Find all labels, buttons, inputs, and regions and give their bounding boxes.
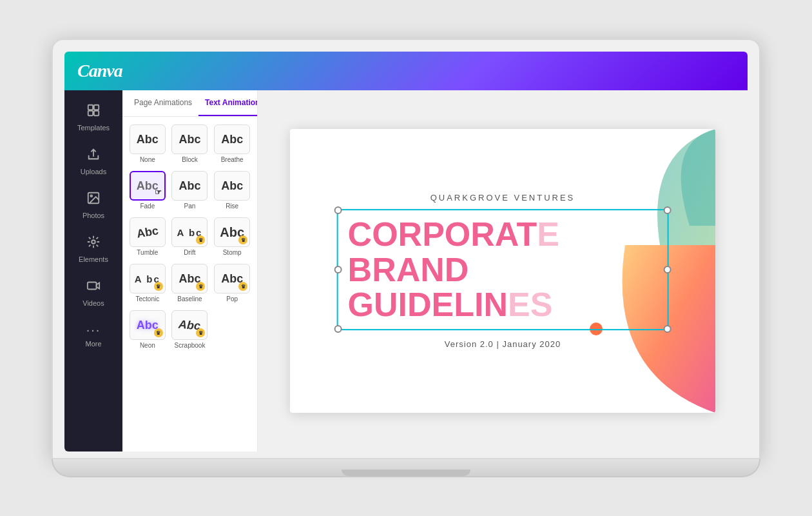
sidebar-item-elements[interactable]: Elements — [64, 228, 122, 270]
anim-neon[interactable]: Abc ♛ Neon — [128, 308, 168, 352]
animation-panel: Page Animations Text Animations Abc None — [122, 90, 258, 452]
svg-rect-7 — [88, 283, 97, 290]
headline-line1: CORPORATE — [348, 217, 658, 252]
handle-bottom-right[interactable] — [663, 325, 671, 333]
anim-label-tumble: Tumble — [137, 249, 158, 256]
anim-preview-tectonic: A bc ♛ — [130, 264, 166, 293]
anim-label-scrapbook: Scrapbook — [175, 342, 206, 349]
anim-baseline[interactable]: Abc ♛ Baseline — [170, 261, 210, 305]
anim-block[interactable]: Abc Block — [170, 122, 210, 166]
crown-badge-baseline: ♛ — [196, 282, 205, 291]
sidebar-item-videos[interactable]: Videos — [64, 272, 122, 313]
anim-none[interactable]: Abc None — [128, 122, 168, 166]
handle-top-left[interactable] — [334, 206, 342, 214]
text-selection-box[interactable]: CORPORATE BRAND GUIDELINES — [337, 209, 669, 330]
svg-rect-2 — [88, 111, 93, 115]
tab-page-animations[interactable]: Page Animations — [128, 90, 198, 116]
anim-breathe[interactable]: Abc Breathe — [212, 122, 252, 166]
uploads-icon — [86, 147, 101, 165]
anim-label-breathe: Breathe — [221, 156, 244, 163]
more-icon: ··· — [86, 322, 101, 337]
elements-icon — [86, 235, 101, 253]
handle-mid-right[interactable] — [663, 266, 671, 273]
app-header: Canva — [64, 52, 748, 90]
svg-point-5 — [90, 195, 92, 197]
canva-logo: Canva — [77, 61, 122, 81]
slide-container: QUARKGROVE VENTURES — [290, 129, 715, 413]
crown-badge-stomp: ♛ — [238, 235, 247, 244]
anim-pan[interactable]: Abc Pan — [170, 168, 210, 212]
slide-content: QUARKGROVE VENTURES — [337, 193, 669, 349]
anim-label-baseline: Baseline — [177, 295, 202, 303]
anim-preview-breathe: Abc — [214, 124, 250, 154]
company-name: QUARKGROVE VENTURES — [337, 193, 669, 203]
animation-grid: Abc None Abc Block — [122, 117, 257, 357]
crown-badge-tectonic: ♛ — [154, 282, 163, 291]
anim-preview-neon: Abc ♛ — [130, 310, 166, 340]
uploads-label: Uploads — [81, 168, 106, 175]
anim-label-none: None — [140, 156, 155, 163]
anim-label-drift: Drift — [184, 249, 195, 256]
anim-rise[interactable]: Abc Rise — [212, 168, 252, 212]
anim-scrapbook[interactable]: Abc ♛ Scrapbook — [170, 308, 210, 352]
laptop-screen: Canva Templa — [64, 52, 748, 452]
anim-label-pan: Pan — [184, 203, 196, 210]
handle-mid-left[interactable] — [334, 266, 342, 273]
photos-label: Photos — [82, 212, 104, 219]
sidebar-item-templates[interactable]: Templates — [64, 97, 122, 138]
anim-preview-tumble: Abc — [130, 217, 166, 247]
anim-stomp[interactable]: Abc ♛ Stomp — [212, 215, 252, 259]
videos-label: Videos — [82, 299, 104, 307]
svg-rect-0 — [88, 105, 93, 110]
headline-line3: GUIDELINES — [348, 287, 658, 322]
anim-tectonic[interactable]: A bc ♛ Tectonic — [128, 261, 168, 305]
anim-preview-scrapbook: Abc ♛ — [171, 310, 208, 340]
elements-label: Elements — [79, 255, 108, 263]
anim-preview-baseline: Abc ♛ — [171, 264, 208, 293]
videos-icon — [86, 279, 101, 297]
anim-preview-drift: A bc ♛ — [171, 217, 208, 247]
version-text: Version 2.0 | January 2020 — [337, 339, 669, 349]
anim-label-block: Block — [182, 156, 197, 163]
headline-line2: BRAND — [348, 252, 658, 288]
more-label: More — [85, 340, 101, 348]
anim-pop[interactable]: Abc ♛ Pop — [212, 261, 252, 305]
crown-badge-drift: ♛ — [196, 235, 205, 244]
laptop: Canva Templa — [52, 39, 760, 477]
panel-tabs: Page Animations Text Animations — [122, 90, 257, 117]
text-selection-wrapper: CORPORATE BRAND GUIDELINES — [337, 209, 669, 330]
anim-drift[interactable]: A bc ♛ Drift — [170, 215, 210, 259]
sidebar: Templates Uploads — [64, 90, 122, 452]
svg-rect-3 — [94, 111, 99, 115]
anim-label-stomp: Stomp — [223, 249, 242, 256]
sidebar-item-more[interactable]: ··· More — [64, 316, 122, 354]
handle-bottom-left[interactable] — [334, 325, 342, 333]
crown-badge-pop: ♛ — [238, 282, 247, 291]
cursor-hand: ☞ — [155, 188, 162, 197]
crown-badge-neon: ♛ — [154, 328, 163, 337]
tab-text-animations[interactable]: Text Animations — [198, 90, 258, 116]
sidebar-item-photos[interactable]: Photos — [64, 184, 122, 226]
anim-label-tectonic: Tectonic — [135, 295, 159, 303]
handle-top-right[interactable] — [663, 206, 671, 214]
sidebar-item-uploads[interactable]: Uploads — [64, 141, 122, 182]
svg-point-6 — [92, 240, 95, 244]
anim-label-pop: Pop — [226, 295, 238, 303]
canvas-area: QUARKGROVE VENTURES — [258, 90, 748, 452]
crown-badge-scrapbook: ♛ — [196, 328, 205, 337]
laptop-base — [52, 459, 760, 477]
main-content: Templates Uploads — [64, 90, 748, 452]
anim-preview-stomp: Abc ♛ — [214, 217, 250, 247]
anim-tumble[interactable]: Abc Tumble — [128, 215, 168, 259]
anim-preview-block: Abc — [171, 124, 208, 154]
anim-label-rise: Rise — [226, 203, 238, 210]
templates-icon — [86, 103, 101, 121]
anim-label-neon: Neon — [140, 342, 155, 349]
anim-label-fade: Fade — [140, 203, 155, 210]
svg-rect-1 — [94, 105, 99, 110]
anim-preview-rise: Abc — [214, 171, 250, 201]
screen-bezel: Canva Templa — [52, 39, 760, 459]
headline-text: CORPORATE BRAND GUIDELINES — [348, 217, 658, 322]
anim-fade[interactable]: Abc ☞ Fade — [128, 168, 168, 212]
anim-preview-pan: Abc — [171, 171, 208, 201]
